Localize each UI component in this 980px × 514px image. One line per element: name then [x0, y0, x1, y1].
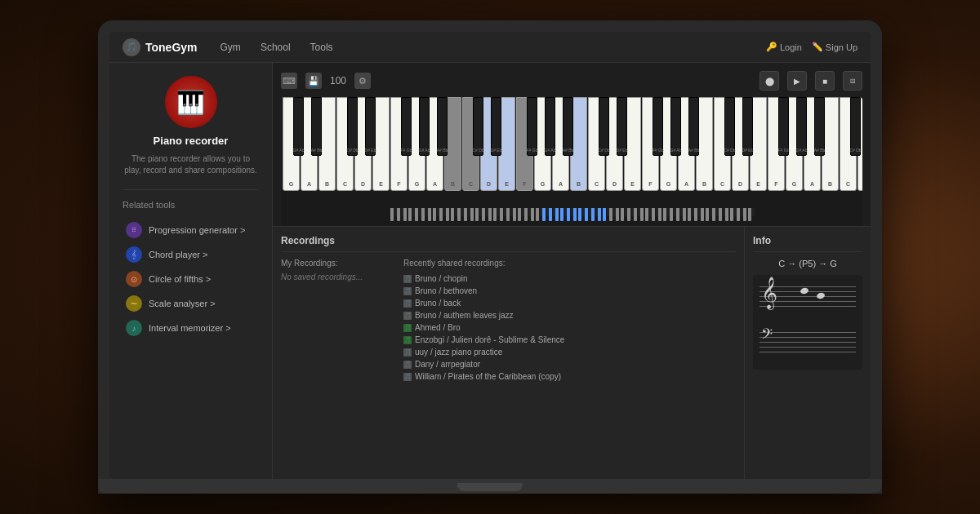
mini-black-key-21[interactable] [522, 208, 524, 216]
mini-white-key-35[interactable] [603, 208, 606, 221]
black-key-10[interactable]: C# Db [473, 97, 483, 156]
mini-white-key-15[interactable] [482, 208, 485, 221]
mini-white-key-20[interactable] [513, 208, 516, 221]
mini-white-key-44[interactable] [658, 208, 662, 221]
mini-white-key-22[interactable] [524, 208, 528, 221]
mini-black-key-40[interactable] [638, 208, 640, 216]
mini-black-key-0[interactable] [394, 208, 397, 216]
mini-white-key-12[interactable] [464, 208, 467, 221]
mini-black-key-56[interactable] [734, 208, 737, 216]
mini-black-key-42[interactable] [649, 208, 652, 216]
black-key-4[interactable]: D# Eb [365, 97, 376, 156]
tool-circle-of-fifths[interactable]: ⊙ Circle of fifths > [122, 267, 259, 291]
mini-black-key-39[interactable] [631, 208, 634, 216]
black-key-3[interactable]: C# Db [347, 97, 358, 156]
mini-white-key-43[interactable] [652, 208, 655, 221]
mini-black-key-47[interactable] [680, 208, 683, 216]
mini-white-key-47[interactable] [676, 208, 679, 221]
mini-white-key-28[interactable] [560, 208, 564, 221]
mini-black-key-45[interactable] [667, 208, 670, 216]
mini-white-key-2[interactable] [403, 208, 407, 221]
mini-white-key-59[interactable] [748, 208, 751, 221]
mini-black-key-50[interactable] [698, 208, 701, 216]
mini-white-key-25[interactable] [542, 208, 546, 221]
mini-black-key-46[interactable] [674, 208, 676, 216]
mini-black-key-5[interactable] [425, 208, 428, 216]
loop-button[interactable]: ⧇ [843, 71, 862, 91]
black-key-6[interactable]: F# Gb [401, 97, 412, 156]
stop-button[interactable]: ■ [815, 71, 835, 91]
mini-white-key-21[interactable] [518, 208, 521, 221]
recording-item[interactable]: 🎵Bruno / back [403, 297, 736, 309]
mini-white-key-26[interactable] [549, 208, 552, 221]
mini-white-key-32[interactable] [585, 208, 588, 221]
mini-white-key-29[interactable] [567, 208, 570, 221]
black-key-20[interactable]: F# Gb [653, 97, 663, 156]
mini-white-key-37[interactable] [616, 208, 619, 221]
mini-white-key-36[interactable] [609, 208, 612, 221]
mini-white-key-19[interactable] [506, 208, 510, 221]
mini-white-key-24[interactable] [536, 208, 539, 221]
signup-button[interactable]: ✏️ Sign Up [812, 42, 858, 52]
mini-white-key-11[interactable] [457, 208, 461, 221]
mini-white-key-33[interactable] [591, 208, 595, 221]
mini-white-key-39[interactable] [627, 208, 630, 221]
mini-white-key-46[interactable] [670, 208, 673, 221]
mini-black-key-12[interactable] [468, 208, 470, 216]
mini-black-key-24[interactable] [540, 208, 542, 216]
black-key-17[interactable]: C# Db [599, 97, 609, 156]
recording-item[interactable]: 🎵uuy / jazz piano practice [403, 346, 736, 358]
mini-black-key-53[interactable] [716, 208, 719, 216]
mini-black-key-22[interactable] [528, 208, 531, 216]
settings-icon[interactable]: ⚙ [354, 73, 371, 89]
black-key-7[interactable]: G# Ab [419, 97, 430, 156]
mini-black-key-32[interactable] [589, 208, 591, 216]
mini-white-key-57[interactable] [737, 208, 740, 221]
nav-school[interactable]: School [257, 40, 294, 55]
mini-black-key-28[interactable] [564, 208, 567, 216]
black-key-22[interactable]: A# Bb [688, 97, 699, 156]
black-key-8[interactable]: A# Bb [437, 97, 448, 156]
mini-white-key-42[interactable] [645, 208, 648, 221]
black-key-14[interactable]: G# Ab [545, 97, 555, 156]
black-key-24[interactable]: C# Db [724, 97, 735, 156]
black-key-11[interactable]: D# Eb [491, 97, 501, 156]
mini-white-key-41[interactable] [640, 208, 644, 221]
black-key-27[interactable]: F# Gb [778, 97, 789, 156]
mini-black-key-19[interactable] [510, 208, 513, 216]
piano-keys[interactable]: G A B C D E F G A B C D E F G A [281, 97, 862, 203]
tool-scale-analyser[interactable]: ~ Scale analyser > [122, 291, 259, 316]
mini-white-key-53[interactable] [712, 208, 715, 221]
black-key-25[interactable]: D# Eb [742, 97, 753, 156]
mini-white-key-18[interactable] [500, 208, 503, 221]
mini-black-key-52[interactable] [710, 208, 712, 216]
tool-chord-player[interactable]: 𝄞 Chord player > [122, 242, 259, 267]
mini-white-key-38[interactable] [621, 208, 624, 221]
mini-white-key-58[interactable] [743, 208, 746, 221]
mini-white-key-7[interactable] [433, 208, 436, 221]
mini-black-key-59[interactable] [752, 208, 755, 216]
mini-white-key-16[interactable] [488, 208, 492, 221]
mini-black-key-38[interactable] [625, 208, 627, 216]
mini-white-key-13[interactable] [470, 208, 474, 221]
mini-black-key-1[interactable] [401, 208, 403, 216]
black-key-1[interactable]: A# Bb [311, 97, 322, 156]
recording-item[interactable]: 🎵Ahmed / Bro [403, 321, 736, 334]
mini-black-key-4[interactable] [419, 208, 421, 216]
nav-tools[interactable]: Tools [307, 40, 336, 55]
mini-black-key-49[interactable] [692, 208, 694, 216]
mini-black-key-3[interactable] [412, 208, 415, 216]
tool-interval-memorizer[interactable]: ♪ Interval memorizer > [122, 316, 259, 340]
mini-white-key-54[interactable] [719, 208, 722, 221]
mini-white-key-3[interactable] [408, 208, 412, 221]
mini-white-key-51[interactable] [701, 208, 704, 221]
recording-item[interactable]: 🎵Enzobgi / Julien dorê - Sublime & Silen… [403, 334, 736, 346]
mini-white-key-27[interactable] [555, 208, 559, 221]
black-key-13[interactable]: F# Gb [527, 97, 537, 156]
recording-item[interactable]: 🎵William / Pirates of the Caribbean (cop… [403, 370, 736, 383]
mini-white-key-9[interactable] [446, 208, 449, 221]
mini-white-key-48[interactable] [683, 208, 686, 221]
mini-black-key-7[interactable] [437, 208, 439, 216]
nav-gym[interactable]: Gym [217, 40, 244, 55]
mini-white-key-45[interactable] [663, 208, 666, 221]
